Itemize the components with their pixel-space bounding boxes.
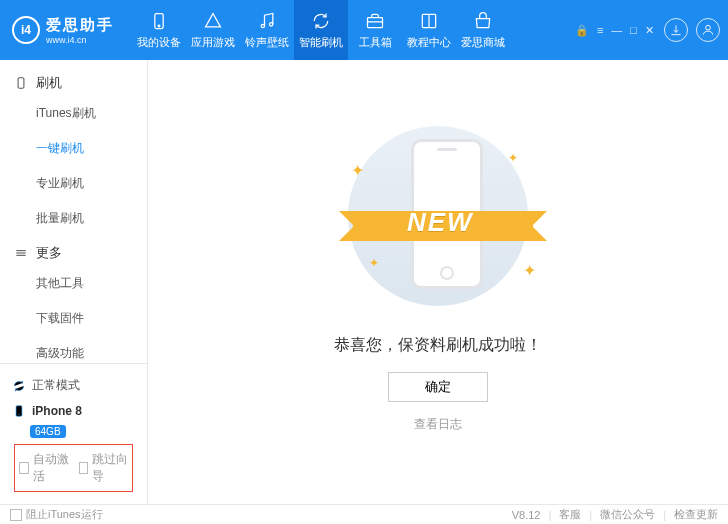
menu-icon[interactable]: ≡ [595,22,605,39]
sidebar-item[interactable]: iTunes刷机 [0,96,147,131]
sync-icon [12,379,26,393]
svg-point-2 [261,24,264,27]
success-message: 恭喜您，保资料刷机成功啦！ [334,335,542,356]
block-itunes-checkbox[interactable]: 阻止iTunes运行 [10,507,103,522]
sidebar-item[interactable]: 其他工具 [0,266,147,301]
phone-icon [148,10,170,32]
nav-shop[interactable]: 爱思商城 [456,0,510,60]
toolbox-icon [364,10,386,32]
lock-icon[interactable]: 🔒 [573,22,591,39]
apps-icon [202,10,224,32]
svg-rect-7 [18,78,24,89]
svg-point-6 [706,25,711,30]
user-button[interactable] [696,18,720,42]
book-icon [418,10,440,32]
refresh-icon [310,10,332,32]
nav-refresh[interactable]: 智能刷机 [294,0,348,60]
confirm-button[interactable]: 确定 [388,372,488,402]
nav-apps[interactable]: 应用游戏 [186,0,240,60]
brand-name: 爱思助手 [46,16,114,35]
footer-link-support[interactable]: 客服 [559,507,581,522]
phone-icon [12,404,26,418]
view-log-link[interactable]: 查看日志 [414,416,462,433]
window-controls: 🔒 ≡ — □ ✕ [573,22,656,39]
note-icon [256,10,278,32]
maximize-icon[interactable]: □ [628,22,639,39]
download-button[interactable] [664,18,688,42]
shop-icon [472,10,494,32]
nav-note[interactable]: 铃声壁纸 [240,0,294,60]
svg-point-3 [270,23,273,26]
skip-guide-checkbox[interactable]: 跳过向导 [79,451,129,485]
logo-icon: i4 [12,16,40,44]
close-icon[interactable]: ✕ [643,22,656,39]
sidebar-item[interactable]: 一键刷机 [0,131,147,166]
sidebar-item[interactable]: 专业刷机 [0,166,147,201]
sidebar-item[interactable]: 高级功能 [0,336,147,363]
options-box: 自动激活 跳过向导 [14,444,133,492]
svg-point-1 [158,25,160,27]
device-name-label: iPhone 8 [32,404,82,418]
group-icon [14,246,28,260]
nav-book[interactable]: 教程中心 [402,0,456,60]
device-name[interactable]: iPhone 8 [10,399,137,423]
svg-point-9 [18,414,19,415]
nav-toolbox[interactable]: 工具箱 [348,0,402,60]
success-illustration: NEW ✦ ✦ ✦ ✦ [323,121,553,311]
sidebar-group[interactable]: 更多 [0,236,147,266]
sidebar-item[interactable]: 批量刷机 [0,201,147,236]
brand-url: www.i4.cn [46,35,114,45]
device-mode[interactable]: 正常模式 [10,372,137,399]
sidebar-item[interactable]: 下载固件 [0,301,147,336]
sidebar-device-panel: 正常模式 iPhone 8 64GB 自动激活 跳过向导 [0,363,147,504]
title-bar: i4 爱思助手 www.i4.cn 我的设备应用游戏铃声壁纸智能刷机工具箱教程中… [0,0,728,60]
auto-activate-checkbox[interactable]: 自动激活 [19,451,69,485]
version-label: V8.12 [512,509,541,521]
device-mode-label: 正常模式 [32,377,80,394]
logo[interactable]: i4 爱思助手 www.i4.cn [12,16,114,45]
minimize-icon[interactable]: — [609,22,624,39]
header-right: 🔒 ≡ — □ ✕ [573,18,720,42]
sidebar: 刷机iTunes刷机一键刷机专业刷机批量刷机更多其他工具下载固件高级功能 正常模… [0,60,148,504]
storage-badge: 64GB [30,425,66,438]
main-content: NEW ✦ ✦ ✦ ✦ 恭喜您，保资料刷机成功啦！ 确定 查看日志 [148,60,728,504]
nav-phone[interactable]: 我的设备 [132,0,186,60]
top-nav: 我的设备应用游戏铃声壁纸智能刷机工具箱教程中心爱思商城 [132,0,573,60]
ribbon-text: NEW [407,207,474,238]
group-icon [14,76,28,90]
sidebar-group[interactable]: 刷机 [0,66,147,96]
footer-link-update[interactable]: 检查更新 [674,507,718,522]
svg-rect-4 [368,18,383,28]
status-bar: 阻止iTunes运行 V8.12 | 客服 | 微信公众号 | 检查更新 [0,504,728,524]
footer-link-wechat[interactable]: 微信公众号 [600,507,655,522]
